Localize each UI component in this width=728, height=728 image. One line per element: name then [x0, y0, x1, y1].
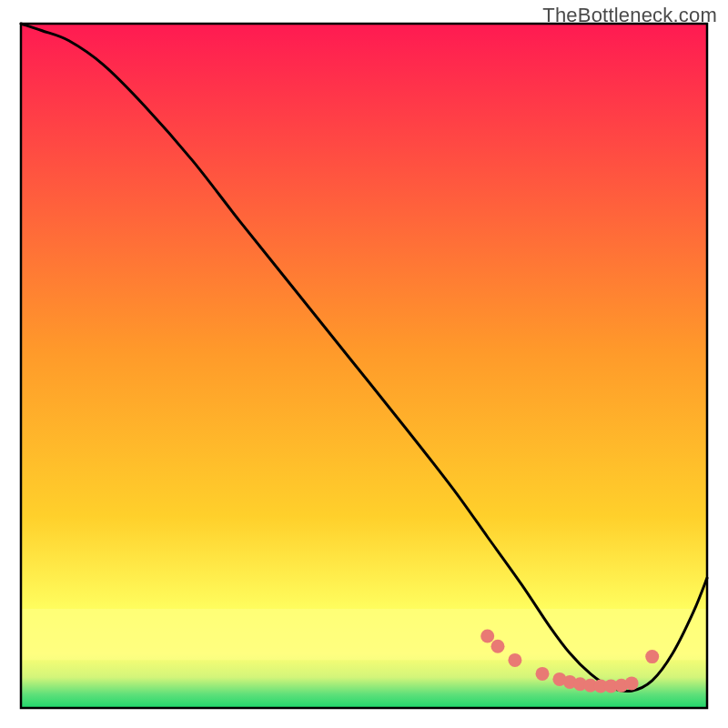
curve-marker — [491, 640, 505, 653]
curve-marker — [536, 667, 550, 681]
curve-marker — [645, 650, 659, 663]
curve-marker — [625, 676, 639, 690]
chart-container: TheBottleneck.com — [0, 0, 728, 728]
curve-marker — [480, 630, 494, 643]
chart-svg — [0, 0, 728, 728]
plot-background — [21, 24, 707, 708]
watermark-text: TheBottleneck.com — [542, 4, 717, 27]
highlight-band — [21, 609, 707, 660]
curve-marker — [508, 653, 521, 667]
